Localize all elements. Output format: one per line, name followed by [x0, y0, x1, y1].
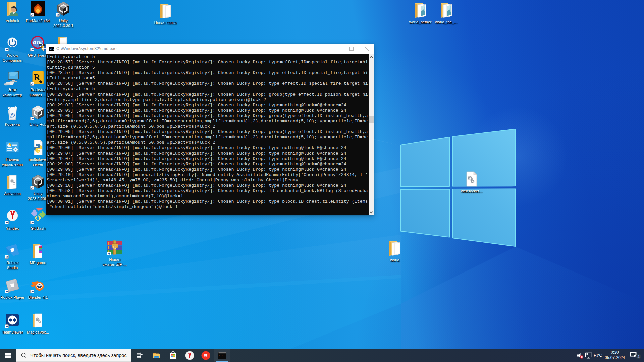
svg-text:GTIII: GTIII — [33, 40, 43, 45]
svg-text:C:\_: C:\_ — [219, 354, 224, 356]
svg-text:R: R — [34, 72, 40, 82]
svg-text:Я: Я — [204, 353, 208, 358]
svg-text:C:\: C:\ — [50, 48, 54, 50]
svg-text:4: 4 — [637, 355, 640, 359]
